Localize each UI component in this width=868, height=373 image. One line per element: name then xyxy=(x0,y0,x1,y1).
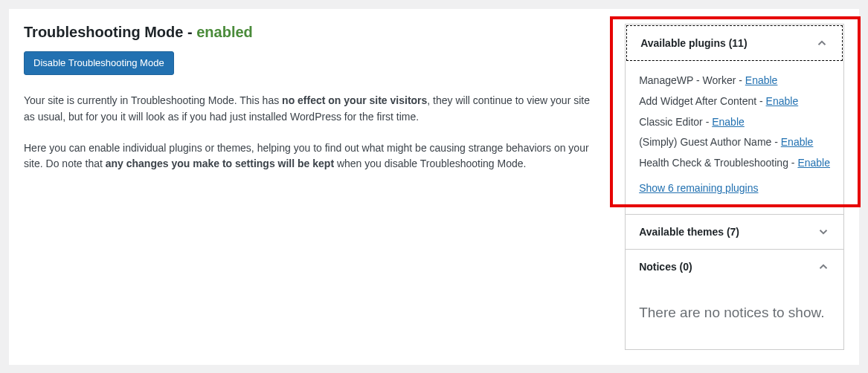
heading-prefix: Troubleshooting Mode - xyxy=(24,24,196,40)
description-paragraph-2: Here you can enable individual plugins o… xyxy=(24,140,602,172)
plugins-accordion: Available plugins (11) ManageWP - Worker… xyxy=(625,24,844,350)
enable-plugin-link[interactable]: Enable xyxy=(712,116,745,128)
notices-accordion-body: There are no notices to show. xyxy=(626,284,843,349)
chevron-down-icon xyxy=(817,225,830,239)
separator: - xyxy=(788,157,797,169)
page-title: Troubleshooting Mode - enabled xyxy=(24,24,602,41)
show-remaining-row: Show 6 remaining plugins xyxy=(639,180,830,198)
right-column: Available plugins (11) ManageWP - Worker… xyxy=(625,24,844,350)
notices-accordion-title: Notices (0) xyxy=(639,261,692,273)
plugin-row: ManageWP - Worker - Enable xyxy=(639,72,830,90)
disable-troubleshooting-button[interactable]: Disable Troubleshooting Mode xyxy=(24,51,174,75)
plugins-accordion-body: ManageWP - Worker - Enable Add Widget Af… xyxy=(626,62,843,214)
chevron-up-icon xyxy=(817,260,830,273)
separator: - xyxy=(703,116,712,128)
themes-accordion-title: Available themes (7) xyxy=(639,226,739,238)
description-text: when you disable Troubleshooting Mode. xyxy=(334,158,526,169)
plugin-row: Add Widget After Content - Enable xyxy=(639,93,830,111)
plugin-name: Health Check & Troubleshooting xyxy=(639,157,788,169)
description-bold: no effect on your site visitors xyxy=(282,94,427,106)
left-column: Troubleshooting Mode - enabled Disable T… xyxy=(24,24,610,350)
themes-accordion-header[interactable]: Available themes (7) xyxy=(626,215,843,249)
notices-accordion-header[interactable]: Notices (0) xyxy=(626,250,843,284)
description-block: Your site is currently in Troubleshootin… xyxy=(24,93,602,172)
troubleshooting-panel: Troubleshooting Mode - enabled Disable T… xyxy=(9,9,859,365)
chevron-up-icon xyxy=(815,36,829,50)
plugin-row: Classic Editor - Enable xyxy=(639,114,830,132)
enable-plugin-link[interactable]: Enable xyxy=(797,157,830,169)
separator: - xyxy=(736,74,745,86)
description-paragraph-1: Your site is currently in Troubleshootin… xyxy=(24,93,602,125)
enable-plugin-link[interactable]: Enable xyxy=(781,136,814,148)
separator: - xyxy=(771,136,780,148)
heading-status: enabled xyxy=(196,24,253,40)
plugin-name: Add Widget After Content xyxy=(639,95,756,107)
notices-empty-text: There are no notices to show. xyxy=(639,305,824,320)
plugin-name: ManageWP - Worker xyxy=(639,74,736,86)
plugin-row: Health Check & Troubleshooting - Enable xyxy=(639,155,830,172)
show-remaining-plugins-link[interactable]: Show 6 remaining plugins xyxy=(639,182,758,194)
plugin-row: (Simply) Guest Author Name - Enable xyxy=(639,134,830,152)
enable-plugin-link[interactable]: Enable xyxy=(745,74,778,86)
description-bold: any changes you make to settings will be… xyxy=(106,158,334,169)
plugins-accordion-title: Available plugins (11) xyxy=(640,37,747,49)
separator: - xyxy=(756,95,765,107)
description-text: Your site is currently in Troubleshootin… xyxy=(24,94,282,106)
plugins-accordion-header[interactable]: Available plugins (11) xyxy=(626,25,843,61)
plugin-name: Classic Editor xyxy=(639,116,703,128)
plugin-name: (Simply) Guest Author Name xyxy=(639,136,771,148)
enable-plugin-link[interactable]: Enable xyxy=(766,95,799,107)
